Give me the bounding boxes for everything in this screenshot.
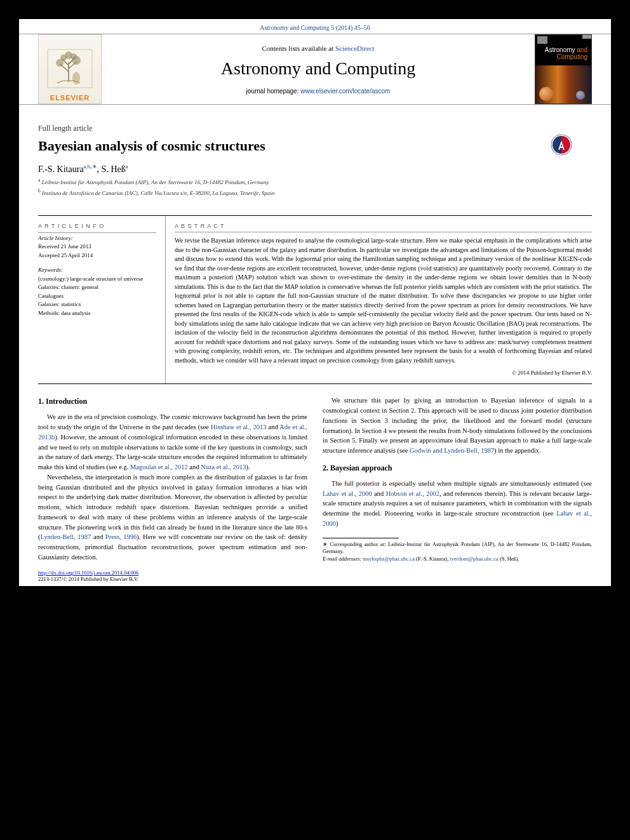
section-heading-bayesian: 2. Bayesian approach	[323, 462, 592, 474]
citation-link[interactable]: Nuza et al., 2013	[201, 463, 246, 470]
crossmark-badge[interactable]	[550, 133, 573, 156]
keywords-heading: Keywords:	[38, 266, 156, 275]
article-type: Full length article	[38, 124, 592, 133]
author-email-link[interactable]: msyksphz@phas.ubc.ca	[363, 556, 414, 562]
cover-artwork	[535, 65, 591, 103]
svg-point-5	[65, 51, 72, 59]
cover-publisher-icon	[537, 36, 547, 44]
citation-link[interactable]: Lahav et al., 2000	[323, 490, 372, 497]
body-paragraph: Nevertheless, the interpretation is much…	[38, 472, 307, 563]
article-info-sidebar: A R T I C L E I N F O Article history: R…	[38, 216, 165, 383]
author-email-link[interactable]: tverdoes@phas.ubc.ca	[450, 556, 498, 562]
abstract-copyright: © 2014 Published by Elsevier B.V.	[175, 369, 592, 377]
email-footnote: E-mail addresses: msyksphz@phas.ubc.ca (…	[323, 556, 592, 563]
cover-title-text: Astronomy andComputing	[535, 46, 591, 60]
journal-homepage-line: journal homepage: www.elsevier.com/locat…	[114, 88, 522, 95]
footnote-separator	[323, 538, 399, 538]
cover-planet-icon	[539, 87, 553, 101]
article-history: Article history: Received 21 June 2013 A…	[38, 234, 156, 260]
section-heading-intro: 1. Introduction	[38, 396, 307, 407]
affiliations: a Leibniz-Institut für Astrophysik Potsd…	[38, 177, 592, 197]
cover-planet-icon	[576, 91, 585, 100]
homepage-prefix: journal homepage:	[246, 88, 301, 95]
body-paragraph: We structure this paper by giving an int…	[323, 396, 592, 456]
svg-point-6	[72, 72, 80, 84]
author-list: F.-S. Kitauraa,b,∗, S. Heßa	[38, 163, 592, 175]
contents-prefix: Contents lists available at	[262, 44, 335, 52]
crossmark-icon	[550, 133, 573, 156]
citation-link[interactable]: Magoulas et al., 2012	[130, 463, 188, 470]
citation-link[interactable]: Hinshaw et al., 2013	[211, 423, 267, 430]
citation-link[interactable]: Lynden-Bell, 1987	[41, 533, 91, 540]
journal-cover-thumbnail[interactable]: Astronomy andComputing	[535, 34, 592, 104]
body-paragraph: We are in the era of precision cosmology…	[38, 412, 307, 472]
corresponding-author-footnote: ∗ Corresponding author at: Leibniz-Insti…	[323, 541, 592, 556]
doi-footer: http://dx.doi.org/10.1016/j.ascom.2014.0…	[19, 570, 611, 586]
contents-available-line: Contents lists available at ScienceDirec…	[114, 44, 522, 52]
doi-link[interactable]: http://dx.doi.org/10.1016/j.ascom.2014.0…	[38, 570, 138, 576]
abstract-block: A B S T R A C T We revise the Bayesian i…	[165, 216, 592, 383]
citation-link[interactable]: Press, 1996	[105, 533, 137, 540]
rights-line: 2213-1337/© 2014 Published by Elsevier B…	[38, 576, 592, 582]
article-title: Bayesian analysis of cosmic structures	[38, 137, 592, 156]
article-body: 1. Introduction We are in the era of pre…	[19, 384, 611, 570]
elsevier-brand-text: ELSEVIER	[50, 94, 90, 103]
journal-title: Astronomy and Computing	[114, 58, 522, 79]
sciencedirect-link[interactable]: ScienceDirect	[335, 44, 375, 52]
journal-homepage-link[interactable]: www.elsevier.com/locate/ascom	[300, 88, 390, 95]
citation-link[interactable]: Hobson et al., 2002	[386, 490, 439, 497]
article-info-heading: A R T I C L E I N F O	[38, 222, 156, 233]
abstract-text: We revise the Bayesian inference steps r…	[175, 236, 592, 365]
body-paragraph: The full posterior is especially useful …	[323, 479, 592, 529]
elsevier-tree-icon	[44, 46, 95, 94]
abstract-heading: A B S T R A C T	[175, 222, 592, 232]
citation-link[interactable]: Godwin and Lynden-Bell, 1987	[410, 447, 494, 454]
cover-issn-bar	[582, 35, 591, 39]
elsevier-logo[interactable]: ELSEVIER	[38, 34, 102, 104]
keywords-list: (cosmology:) large-scale structure of un…	[38, 275, 156, 318]
header-citation: Astronomy and Computing 5 (2014) 45–56	[19, 19, 611, 34]
journal-banner: ELSEVIER Contents lists available at Sci…	[19, 34, 611, 105]
